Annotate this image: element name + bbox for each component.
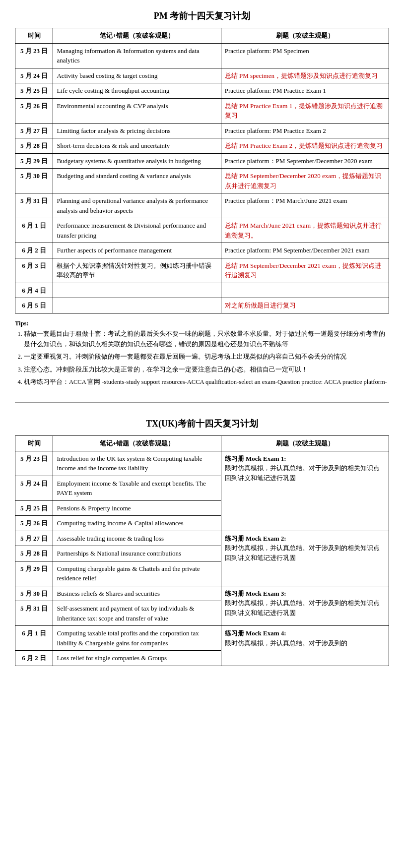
pm-date-cell: 6 月 2 日: [15, 243, 53, 258]
pm-section: PM 考前十四天复习计划 时间 笔记+错题（攻破客观题） 刷题（攻破主观题） 5…: [15, 10, 389, 387]
pm-drill-cell: Practice platform: PM Specimen: [221, 43, 389, 68]
pm-notes-cell: [53, 283, 221, 298]
pm-date-cell: 5 月 23 日: [15, 43, 53, 68]
tx-notes-cell: Computing chargeable gains & Chattels an…: [53, 561, 221, 586]
pm-table-row: 6 月 5 日对之前所做题目进行复习: [15, 298, 389, 313]
pm-table-row: 5 月 23 日Managing information & Informati…: [15, 43, 389, 68]
pm-date-cell: 6 月 3 日: [15, 258, 53, 283]
tx-date-cell: 5 月 25 日: [15, 500, 53, 516]
pm-notes-cell: Performance measurement & Divisional per…: [53, 218, 221, 243]
pm-table-row: 5 月 28 日Short-term decisions & risk and …: [15, 138, 389, 154]
pm-notes-cell: Budgetary systems & quantitative analysi…: [53, 153, 221, 169]
pm-date-cell: 6 月 1 日: [15, 218, 53, 243]
pm-drill-cell: 总结 PM specimen，提炼错题涉及知识点进行追溯复习: [221, 68, 389, 83]
pm-header-notes: 笔记+错题（攻破客观题）: [53, 28, 221, 44]
pm-table-row: 5 月 26 日Environmental accounting & CVP a…: [15, 98, 389, 123]
pm-notes-cell: [53, 298, 221, 313]
tx-table: 时间 笔记+错题（攻破客观题） 刷题（攻破主观题） 5 月 23 日Introd…: [15, 435, 389, 666]
pm-notes-cell: Managing information & Information syste…: [53, 43, 221, 68]
pm-table: 时间 笔记+错题（攻破客观题） 刷题（攻破主观题） 5 月 23 日Managi…: [15, 28, 389, 313]
section-divider: [15, 402, 389, 403]
tx-notes-cell: Assessable trading income & trading loss: [53, 531, 221, 546]
tx-date-cell: 5 月 24 日: [15, 476, 53, 500]
pm-notes-cell: Budgeting and standard costing & varianc…: [53, 169, 221, 193]
pm-notes-cell: Short-term decisions & risk and uncertai…: [53, 138, 221, 154]
pm-date-cell: 5 月 25 日: [15, 83, 53, 99]
pm-title: PM 考前十四天复习计划: [15, 10, 389, 22]
tx-date-cell: 5 月 26 日: [15, 516, 53, 531]
tx-notes-cell: Loss relief for single companies & Group…: [53, 651, 221, 666]
pm-date-cell: 5 月 28 日: [15, 138, 53, 154]
tx-notes-cell: Self-assessment and payment of tax by in…: [53, 601, 221, 626]
tx-notes-cell: Business reliefs & Shares and securities: [53, 586, 221, 601]
tx-drill-cell: 练习册 Mock Exam 2: 限时仿真模拟，并认真总结。对于涉及到的相关知识…: [221, 531, 389, 586]
tx-drill-cell: 练习册 Mock Exam 1: 限时仿真模拟，并认真总结。对于涉及到的相关知识…: [221, 451, 389, 531]
tx-header-time: 时间: [15, 436, 53, 451]
pm-table-row: 6 月 4 日: [15, 283, 389, 298]
pm-drill-cell: 对之前所做题目进行复习: [221, 298, 389, 313]
pm-tips-list: 精做一套题目由于粗做十套：考试之前的最后关头不要一味的刷题，只求数量不求质量。对…: [15, 329, 389, 387]
pm-table-row: 5 月 24 日Activity based costing & target …: [15, 68, 389, 83]
pm-header-time: 时间: [15, 28, 53, 44]
pm-table-row: 5 月 29 日Budgetary systems & quantitative…: [15, 153, 389, 169]
pm-tip-item: 一定要重视复习。冲刺阶段做的每一套题都要在最后回顾一遍。切忌考场上出现类似的内容…: [24, 352, 389, 362]
pm-drill-cell: Practice platform：PM March/June 2021 exa…: [221, 193, 389, 218]
tx-title: TX(UK)考前十四天复习计划: [15, 418, 389, 430]
pm-notes-cell: Environmental accounting & CVP analysis: [53, 98, 221, 123]
pm-drill-cell: Practice platform: PM Practice Exam 2: [221, 123, 389, 138]
tx-table-row: 5 月 27 日Assessable trading income & trad…: [15, 531, 389, 546]
tx-date-cell: 6 月 1 日: [15, 626, 53, 651]
tx-section: TX(UK)考前十四天复习计划 时间 笔记+错题（攻破客观题） 刷题（攻破主观题…: [15, 418, 389, 666]
pm-drill-cell: Practice platform：PM September/December …: [221, 153, 389, 169]
tx-date-cell: 5 月 23 日: [15, 451, 53, 476]
pm-table-row: 5 月 30 日Budgeting and standard costing &…: [15, 169, 389, 193]
pm-table-row: 5 月 25 日Life cycle costing & throughput …: [15, 83, 389, 99]
pm-table-row: 5 月 31 日Planning and operational varianc…: [15, 193, 389, 218]
tx-header-drill: 刷题（攻破主观题）: [221, 436, 389, 451]
tx-date-cell: 5 月 28 日: [15, 546, 53, 561]
pm-notes-cell: Planning and operational variance analys…: [53, 193, 221, 218]
pm-date-cell: 6 月 5 日: [15, 298, 53, 313]
pm-tips: Tips: 精做一套题目由于粗做十套：考试之前的最后关头不要一味的刷题，只求数量…: [15, 318, 389, 388]
pm-drill-cell: 总结 PM September/December 2020 exam，提炼错题知…: [221, 169, 389, 193]
pm-notes-cell: Activity based costing & target costing: [53, 68, 221, 83]
pm-table-row: 6 月 1 日Performance measurement & Divisio…: [15, 218, 389, 243]
pm-drill-cell: Practice platform: PM Practice Exam 1: [221, 83, 389, 99]
pm-table-row: 6 月 3 日根据个人知识掌握情况针对性复习。例如练习册中错误率较高的章节总结 …: [15, 258, 389, 283]
pm-date-cell: 5 月 26 日: [15, 98, 53, 123]
pm-date-cell: 6 月 4 日: [15, 283, 53, 298]
pm-tip-item: 机考练习平台：ACCA 官网 -students-study support r…: [24, 377, 389, 387]
tx-date-cell: 5 月 29 日: [15, 561, 53, 586]
tx-drill-cell: 练习册 Mock Exam 3: 限时仿真模拟，并认真总结。对于涉及到的相关知识…: [221, 586, 389, 626]
pm-date-cell: 5 月 29 日: [15, 153, 53, 169]
pm-header-drill: 刷题（攻破主观题）: [221, 28, 389, 44]
pm-notes-cell: Further aspects of performance managemen…: [53, 243, 221, 258]
pm-date-cell: 5 月 31 日: [15, 193, 53, 218]
tx-notes-cell: Introduction to the UK tax system & Comp…: [53, 451, 221, 476]
tx-header-notes: 笔记+错题（攻破客观题）: [53, 436, 221, 451]
pm-drill-cell: 总结 PM September/December 2021 exam，提炼知识点…: [221, 258, 389, 283]
tx-date-cell: 5 月 27 日: [15, 531, 53, 546]
tx-table-row: 5 月 23 日Introduction to the UK tax syste…: [15, 451, 389, 476]
pm-date-cell: 5 月 30 日: [15, 169, 53, 193]
tx-table-row: 6 月 1 日Computing taxable total profits a…: [15, 626, 389, 651]
pm-drill-cell: 总结 PM Practice Exam 1，提炼错题涉及知识点进行追溯复习: [221, 98, 389, 123]
pm-notes-cell: Life cycle costing & throughput accounti…: [53, 83, 221, 99]
pm-notes-cell: Limiting factor analysis & pricing decis…: [53, 123, 221, 138]
pm-notes-cell: 根据个人知识掌握情况针对性复习。例如练习册中错误率较高的章节: [53, 258, 221, 283]
pm-tip-item: 精做一套题目由于粗做十套：考试之前的最后关头不要一味的刷题，只求数量不求质量。对…: [24, 329, 389, 350]
pm-drill-cell: 总结 PM March/June 2021 exam，提炼错题知识点并进行追溯复…: [221, 218, 389, 243]
pm-table-row: 6 月 2 日Further aspects of performance ma…: [15, 243, 389, 258]
tx-date-cell: 5 月 30 日: [15, 586, 53, 601]
pm-date-cell: 5 月 24 日: [15, 68, 53, 83]
pm-drill-cell: 总结 PM Practice Exam 2，提炼错题知识点进行追溯复习: [221, 138, 389, 154]
tx-notes-cell: Employment income & Taxable and exempt b…: [53, 476, 221, 500]
tips-label: Tips:: [15, 320, 29, 327]
pm-drill-cell: [221, 283, 389, 298]
pm-table-row: 5 月 27 日Limiting factor analysis & prici…: [15, 123, 389, 138]
tx-date-cell: 5 月 31 日: [15, 601, 53, 626]
tx-table-row: 5 月 30 日Business reliefs & Shares and se…: [15, 586, 389, 601]
tx-drill-cell: 练习册 Mock Exam 4: 限时仿真模拟，并认真总结。对于涉及到的: [221, 626, 389, 666]
pm-tip-item: 注意心态。冲刺阶段压力比较大是正常的，在学习之余一定要注意自己的心态。相信自己一…: [24, 365, 389, 375]
tx-notes-cell: Computing taxable total profits and the …: [53, 626, 221, 651]
